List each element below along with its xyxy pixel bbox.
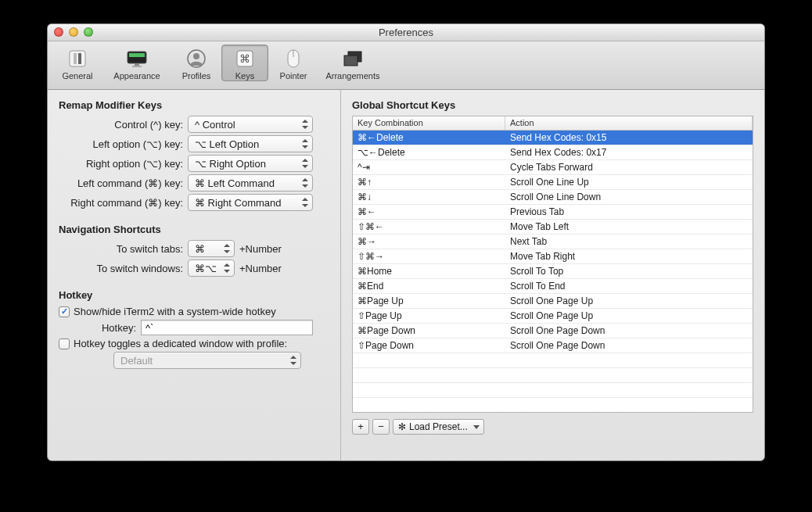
cell-action: Scroll One Line Down — [505, 190, 753, 204]
remove-button[interactable]: − — [372, 419, 390, 435]
updown-caret-icon — [223, 263, 231, 274]
number-suffix: +Number — [239, 243, 282, 255]
table-body: ⌘←DeleteSend Hex Codes: 0x15⌥←DeleteSend… — [353, 131, 753, 412]
right-option-label: Right option (⌥) key: — [59, 158, 188, 170]
cell-action: Send Hex Codes: 0x15 — [505, 131, 753, 145]
col-key-combination[interactable]: Key Combination — [353, 116, 505, 130]
switch-icon — [65, 47, 90, 70]
cell-key — [353, 353, 505, 367]
table-row[interactable]: ⌘Page DownScroll One Page Down — [353, 324, 753, 338]
svg-rect-5 — [135, 63, 139, 66]
cell-action: Move Tab Left — [505, 220, 753, 234]
number-suffix: +Number — [239, 263, 282, 274]
table-row[interactable]: ⌘↑Scroll One Line Up — [353, 175, 753, 190]
table-row[interactable] — [353, 353, 753, 368]
cell-action — [505, 368, 753, 382]
toolbar-item-pointer[interactable]: Pointer — [270, 45, 317, 81]
cell-action: Send Hex Codes: 0x17 — [505, 145, 753, 159]
updown-caret-icon — [301, 138, 309, 149]
left-option-select[interactable]: ⌥ Left Option — [188, 135, 313, 152]
load-preset-button[interactable]: ✻ Load Preset... — [393, 419, 484, 435]
control-key-select[interactable]: ^ Control — [188, 116, 313, 133]
cell-key — [353, 398, 505, 412]
table-row[interactable]: ⌥←DeleteSend Hex Codes: 0x17 — [353, 145, 753, 160]
updown-caret-icon — [301, 197, 309, 208]
cell-action — [505, 353, 753, 367]
window-controls — [54, 27, 93, 37]
close-icon[interactable] — [54, 27, 63, 37]
left-command-select[interactable]: ⌘ Left Command — [188, 174, 313, 192]
right-option-select[interactable]: ⌥ Right Option — [188, 155, 313, 172]
svg-rect-4 — [129, 53, 145, 57]
cell-action — [505, 383, 753, 397]
toolbar: General Appearance Profiles ⌘ Keys Point… — [48, 41, 764, 90]
cell-key: ⇧Page Down — [353, 338, 505, 353]
profile-select: Default — [113, 352, 301, 369]
monitor-icon — [124, 47, 149, 70]
toolbar-item-arrangements[interactable]: Arrangements — [318, 45, 387, 81]
table-row[interactable] — [353, 398, 753, 412]
shortcuts-table[interactable]: Key Combination Action ⌘←DeleteSend Hex … — [352, 116, 753, 413]
table-row[interactable]: ⌘←Previous Tab — [353, 205, 753, 220]
table-row[interactable]: ⌘EndScroll To End — [353, 279, 753, 294]
cell-key: ⇧⌘→ — [353, 249, 505, 263]
table-row[interactable] — [353, 383, 753, 398]
cell-key: ⌘Page Up — [353, 294, 505, 308]
gear-icon: ✻ — [398, 421, 406, 432]
table-footer: + − ✻ Load Preset... — [352, 419, 753, 435]
switch-tabs-label: To switch tabs: — [59, 243, 188, 255]
cell-action: Move Tab Right — [505, 249, 753, 263]
cell-key: ⌘↑ — [353, 175, 505, 189]
table-row[interactable]: ⌘↓Scroll One Line Down — [353, 190, 753, 205]
cell-action: Next Tab — [505, 235, 753, 249]
toolbar-item-profiles[interactable]: Profiles — [173, 45, 220, 81]
remap-title: Remap Modifier Keys — [59, 99, 332, 111]
svg-point-8 — [193, 53, 199, 59]
updown-caret-icon — [301, 158, 309, 169]
table-row[interactable]: ⇧⌘→Move Tab Right — [353, 249, 753, 264]
right-command-select[interactable]: ⌘ Right Command — [188, 194, 313, 211]
toolbar-item-general[interactable]: General — [54, 45, 101, 81]
cell-key: ⌘←Delete — [353, 131, 505, 145]
table-row[interactable]: ⇧Page UpScroll One Page Up — [353, 309, 753, 324]
command-key-icon: ⌘ — [232, 47, 257, 70]
preferences-window: Preferences General Appearance Profiles … — [47, 23, 765, 461]
cell-key: ⌘← — [353, 205, 505, 219]
table-row[interactable]: ^⇥Cycle Tabs Forward — [353, 160, 753, 175]
person-icon — [184, 47, 209, 70]
cell-action: Scroll To End — [505, 279, 753, 293]
table-row[interactable]: ⇧Page DownScroll One Page Down — [353, 338, 753, 353]
toggles-checkbox[interactable] — [59, 338, 70, 349]
svg-text:⌘: ⌘ — [239, 52, 250, 65]
showhide-checkbox[interactable] — [59, 306, 70, 317]
toolbar-item-appearance[interactable]: Appearance — [102, 45, 171, 81]
table-row[interactable]: ⌘→Next Tab — [353, 235, 753, 249]
table-row[interactable] — [353, 368, 753, 383]
cell-key — [353, 383, 505, 397]
table-row[interactable]: ⌘HomeScroll To Top — [353, 264, 753, 279]
table-header: Key Combination Action — [353, 116, 753, 131]
cell-key: ⌘↓ — [353, 190, 505, 204]
cell-action — [505, 398, 753, 412]
control-key-label: Control (^) key: — [59, 119, 188, 131]
svg-rect-2 — [78, 53, 81, 64]
svg-rect-1 — [74, 53, 77, 64]
minimize-icon[interactable] — [69, 27, 78, 37]
zoom-icon[interactable] — [84, 27, 93, 37]
table-row[interactable]: ⇧⌘←Move Tab Left — [353, 220, 753, 235]
table-row[interactable]: ⌘←DeleteSend Hex Codes: 0x15 — [353, 131, 753, 145]
cell-action: Scroll One Page Down — [505, 338, 753, 353]
mouse-icon — [281, 47, 306, 70]
toolbar-item-keys[interactable]: ⌘ Keys — [221, 45, 268, 81]
windows-stack-icon — [340, 47, 365, 70]
add-button[interactable]: + — [352, 419, 369, 435]
switch-tabs-select[interactable]: ⌘ — [188, 240, 235, 257]
svg-rect-6 — [132, 66, 142, 67]
cell-key: ⌘→ — [353, 235, 505, 249]
switch-windows-select[interactable]: ⌘⌥ — [188, 260, 235, 277]
hotkey-input[interactable] — [141, 320, 313, 335]
table-row[interactable]: ⌘Page UpScroll One Page Up — [353, 294, 753, 309]
col-action[interactable]: Action — [505, 116, 753, 130]
toggles-label: Hotkey toggles a dedicated window with p… — [74, 338, 287, 349]
shortcuts-title: Global Shortcut Keys — [352, 99, 753, 111]
